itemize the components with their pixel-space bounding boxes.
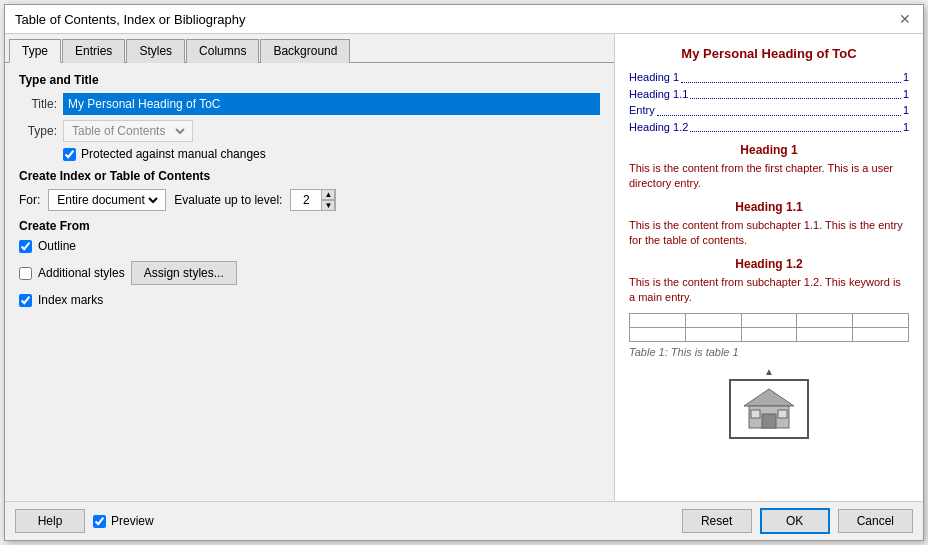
preview-heading-1: Heading 1 (629, 143, 909, 157)
toc-text-3: Entry (629, 102, 655, 119)
left-content: Type and Title Title: Type: Table of Con… (5, 63, 614, 501)
outline-checkbox[interactable] (19, 240, 32, 253)
table-caption: Table 1: This is table 1 (629, 346, 909, 358)
title-bar: Table of Contents, Index or Bibliography… (5, 5, 923, 34)
spinner-up[interactable]: ▲ (321, 189, 335, 200)
right-panel: My Personal Heading of ToC Heading 1 1 H… (615, 34, 923, 501)
preview-title: My Personal Heading of ToC (629, 46, 909, 61)
tab-columns[interactable]: Columns (186, 39, 259, 63)
tab-styles[interactable]: Styles (126, 39, 185, 63)
create-index-heading: Create Index or Table of Contents (19, 169, 600, 183)
svg-rect-2 (762, 414, 776, 428)
additional-styles-checkbox[interactable] (19, 267, 32, 280)
ok-button[interactable]: OK (760, 508, 830, 534)
title-row: Title: (19, 93, 600, 115)
toc-entries: Heading 1 1 Heading 1.1 1 Entry 1 Headin… (629, 69, 909, 135)
dialog-body: Type Entries Styles Columns Background T… (5, 34, 923, 501)
toc-dots-3 (657, 102, 901, 116)
toc-page-2: 1 (903, 86, 909, 103)
for-select-container[interactable]: Entire document (48, 189, 166, 211)
help-button[interactable]: Help (15, 509, 85, 533)
toc-entry-4: Heading 1.2 1 (629, 119, 909, 136)
toc-entry-2: Heading 1.1 1 (629, 86, 909, 103)
bottom-bar: Help Preview Reset OK Cancel (5, 501, 923, 540)
tab-type[interactable]: Type (9, 39, 61, 63)
preview-heading-1-2: Heading 1.2 (629, 257, 909, 271)
arrow-up: ▲ (764, 366, 774, 377)
toc-text-2: Heading 1.1 (629, 86, 688, 103)
spinner-down[interactable]: ▼ (321, 200, 335, 211)
toc-dots-1 (681, 69, 901, 83)
create-from-section: Create From Outline Additional styles As… (19, 219, 600, 307)
tab-bar: Type Entries Styles Columns Background (5, 34, 614, 63)
for-select[interactable]: Entire document (53, 192, 161, 208)
left-panel: Type Entries Styles Columns Background T… (5, 34, 615, 501)
preview-text-1: This is the content from the first chapt… (629, 161, 909, 192)
preview-text-1-2: This is the content from subchapter 1.2.… (629, 275, 909, 306)
for-row: For: Entire document Evaluate up to leve… (19, 189, 600, 211)
preview-check-row: Preview (93, 514, 154, 528)
tab-entries[interactable]: Entries (62, 39, 125, 63)
toc-page-3: 1 (903, 102, 909, 119)
toc-text-1: Heading 1 (629, 69, 679, 86)
toc-page-1: 1 (903, 69, 909, 86)
outline-label: Outline (38, 239, 76, 253)
house-svg (734, 384, 804, 434)
title-label: Title: (19, 97, 57, 111)
cancel-button[interactable]: Cancel (838, 509, 913, 533)
svg-marker-0 (744, 389, 794, 406)
preview-label: Preview (111, 514, 154, 528)
assign-styles-button[interactable]: Assign styles... (131, 261, 237, 285)
level-input[interactable] (291, 190, 321, 210)
image-wrapper: ▲ (729, 366, 809, 439)
toc-entry-3: Entry 1 (629, 102, 909, 119)
preview-heading-1-1: Heading 1.1 (629, 200, 909, 214)
preview-text-1-1: This is the content from subchapter 1.1.… (629, 218, 909, 249)
type-and-title-heading: Type and Title (19, 73, 600, 87)
eval-label: Evaluate up to level: (174, 193, 282, 207)
toc-text-4: Heading 1.2 (629, 119, 688, 136)
index-marks-checkbox[interactable] (19, 294, 32, 307)
preview-table (629, 313, 909, 342)
toc-page-4: 1 (903, 119, 909, 136)
title-input[interactable] (63, 93, 600, 115)
create-from-content: Outline Additional styles Assign styles.… (19, 239, 600, 307)
toc-dots-4 (690, 119, 901, 133)
preview-checkbox[interactable] (93, 515, 106, 528)
preview-image (729, 379, 809, 439)
preview-image-container: ▲ (629, 366, 909, 439)
type-select[interactable]: Table of Contents (63, 120, 193, 142)
close-button[interactable]: ✕ (897, 11, 913, 27)
toc-dots-2 (690, 86, 901, 100)
create-from-heading: Create From (19, 219, 600, 233)
dialog: Table of Contents, Index or Bibliography… (4, 4, 924, 541)
protected-row: Protected against manual changes (63, 147, 600, 161)
reset-button[interactable]: Reset (682, 509, 752, 533)
protected-label: Protected against manual changes (81, 147, 266, 161)
spinner-buttons: ▲ ▼ (321, 189, 335, 211)
additional-styles-row: Additional styles Assign styles... (19, 261, 600, 285)
index-marks-label: Index marks (38, 293, 103, 307)
additional-styles-label: Additional styles (38, 266, 125, 280)
create-index-section: Create Index or Table of Contents For: E… (19, 169, 600, 211)
protected-checkbox[interactable] (63, 148, 76, 161)
type-dropdown[interactable]: Table of Contents (68, 123, 188, 139)
type-label: Type: (19, 124, 57, 138)
toc-entry-1: Heading 1 1 (629, 69, 909, 86)
svg-rect-4 (778, 410, 787, 418)
tab-background[interactable]: Background (260, 39, 350, 63)
type-row: Type: Table of Contents (19, 120, 600, 142)
index-marks-row: Index marks (19, 293, 600, 307)
dialog-title: Table of Contents, Index or Bibliography (15, 12, 246, 27)
outline-row: Outline (19, 239, 600, 253)
level-spinner[interactable]: ▲ ▼ (290, 189, 336, 211)
for-label: For: (19, 193, 40, 207)
svg-rect-3 (751, 410, 760, 418)
